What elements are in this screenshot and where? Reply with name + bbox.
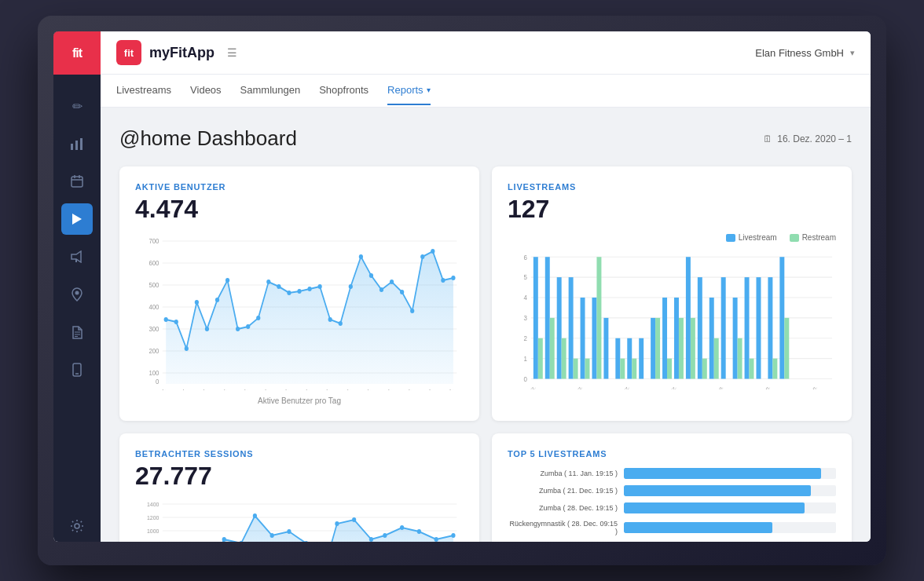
svg-text:3. Jan.: 3. Jan. [337, 386, 351, 390]
svg-rect-125 [750, 359, 754, 379]
nav-tabs: Livestreams Videos Sammlungen Shopfronts… [101, 75, 871, 108]
svg-text:3: 3 [523, 314, 527, 323]
hbar-container-2 [624, 485, 836, 496]
svg-rect-115 [691, 318, 695, 379]
svg-point-52 [390, 280, 394, 284]
svg-rect-131 [784, 318, 789, 379]
svg-text:18. Dez.: 18. Dez. [170, 386, 187, 390]
pencil-icon[interactable]: ✏ [61, 90, 93, 122]
hbar-bar-2 [624, 485, 811, 496]
hbar-row-1: Zumba ( 11. Jan. 19:15 ) [508, 468, 836, 479]
svg-text:0: 0 [523, 375, 527, 383]
svg-rect-123 [738, 338, 742, 379]
date-range[interactable]: 🗓 16. Dez. 2020 – 1 [763, 133, 852, 144]
svg-text:800: 800 [150, 541, 160, 542]
svg-rect-113 [679, 318, 684, 379]
sidebar: fit ✏ [53, 31, 101, 542]
hbar-container-3 [624, 502, 836, 513]
svg-rect-100 [603, 318, 608, 379]
play-icon[interactable] [61, 203, 93, 235]
aktive-benutzer-value: 4.474 [135, 195, 464, 224]
svg-text:500: 500 [148, 280, 159, 289]
main-area: fit myFitApp ☰ Elan Fitness GmbH ▾ Lives… [101, 31, 871, 542]
svg-point-157 [222, 537, 226, 542]
bar-chart-icon[interactable] [61, 128, 93, 159]
svg-point-50 [369, 273, 373, 278]
svg-point-49 [359, 254, 363, 259]
svg-point-40 [266, 280, 270, 284]
svg-text:7. Jan.: 7. Jan. [379, 386, 393, 390]
hbar-label-3: Zumba ( 28. Dec. 19:15 ) [508, 504, 618, 512]
settings-icon[interactable] [61, 510, 93, 542]
svg-point-44 [307, 287, 311, 291]
svg-point-55 [420, 254, 424, 259]
svg-point-30 [164, 317, 168, 322]
svg-point-43 [297, 289, 301, 294]
svg-text:300: 300 [148, 324, 159, 333]
tab-shopfronts[interactable]: Shopfronts [319, 76, 368, 105]
svg-text:20. Dez.: 20. Dez. [567, 384, 583, 389]
svg-text:4: 4 [523, 294, 527, 302]
svg-text:28. Dez.: 28. Dez. [273, 386, 290, 390]
livestreams-value: 127 [508, 195, 836, 224]
svg-rect-1 [75, 141, 78, 150]
header-logo: fit [116, 40, 141, 65]
megaphone-icon[interactable] [61, 241, 93, 272]
svg-point-48 [349, 284, 353, 289]
svg-point-45 [318, 284, 322, 289]
svg-rect-111 [667, 359, 672, 379]
tab-sammlungen[interactable]: Sammlungen [240, 76, 301, 105]
livestreams-card: LIVESTREAMS 127 Livestream Restream [492, 166, 852, 421]
header-right: Elan Fitness GmbH ▾ [755, 47, 855, 59]
dashboard-grid: AKTIVE BENUTZER 4.474 [119, 166, 852, 542]
header-brand: fit myFitApp ☰ [116, 40, 755, 65]
svg-point-166 [369, 537, 373, 542]
svg-rect-116 [698, 277, 702, 378]
calendar-icon[interactable] [61, 166, 93, 197]
svg-rect-0 [71, 144, 73, 150]
organization-name: Elan Fitness GmbH [755, 47, 844, 59]
svg-text:16. Dez.: 16. Dez. [520, 384, 536, 389]
file-icon[interactable] [61, 316, 93, 348]
hbar-label-4: Rückengymnastik ( 28. Dec. 09:15 ) [508, 520, 618, 535]
hbar-row-2: Zumba ( 21. Dec. 19:15 ) [508, 485, 836, 496]
svg-rect-2 [80, 138, 82, 150]
hbar-container-1 [624, 468, 836, 479]
mobile-icon[interactable] [61, 354, 93, 386]
svg-point-39 [256, 316, 260, 320]
svg-text:26. Dez.: 26. Dez. [253, 386, 270, 390]
svg-text:20. Dez.: 20. Dez. [191, 386, 207, 390]
svg-rect-124 [745, 277, 750, 378]
aktive-benutzer-card: AKTIVE BENUTZER 4.474 [119, 166, 479, 421]
svg-text:1: 1 [523, 355, 527, 364]
screen: fit ✏ [53, 31, 871, 542]
svg-rect-90 [545, 257, 550, 378]
svg-point-34 [205, 327, 209, 331]
hamburger-icon[interactable]: ☰ [227, 46, 237, 59]
hbar-container-4 [624, 522, 836, 533]
top5-bars: Zumba ( 11. Jan. 19:15 ) Zumba ( 21. Dec… [508, 468, 836, 542]
svg-text:2: 2 [523, 334, 527, 343]
svg-point-38 [246, 324, 250, 329]
svg-point-56 [431, 249, 434, 254]
svg-rect-106 [639, 338, 644, 379]
tab-videos[interactable]: Videos [190, 76, 222, 105]
tab-livestreams[interactable]: Livestreams [116, 76, 171, 105]
svg-text:1000: 1000 [147, 528, 159, 535]
svg-text:24. Dez.: 24. Dez. [614, 384, 630, 389]
svg-marker-7 [72, 214, 82, 225]
svg-point-171 [451, 533, 455, 538]
svg-point-32 [185, 346, 189, 351]
tab-reports[interactable]: Reports ▾ [387, 76, 431, 105]
svg-rect-108 [651, 318, 655, 379]
org-dropdown-icon[interactable]: ▾ [850, 48, 855, 58]
svg-text:0: 0 [156, 377, 160, 386]
svg-point-35 [215, 298, 219, 302]
location-icon[interactable] [61, 279, 93, 310]
svg-rect-88 [534, 257, 538, 378]
svg-rect-130 [779, 257, 784, 378]
page-content: @home Dashboard 🗓 16. Dez. 2020 – 1 AKTI… [101, 108, 871, 542]
svg-point-36 [226, 278, 229, 283]
top5-title: TOP 5 LIVESTREAMS [508, 449, 836, 459]
svg-point-57 [441, 278, 445, 283]
